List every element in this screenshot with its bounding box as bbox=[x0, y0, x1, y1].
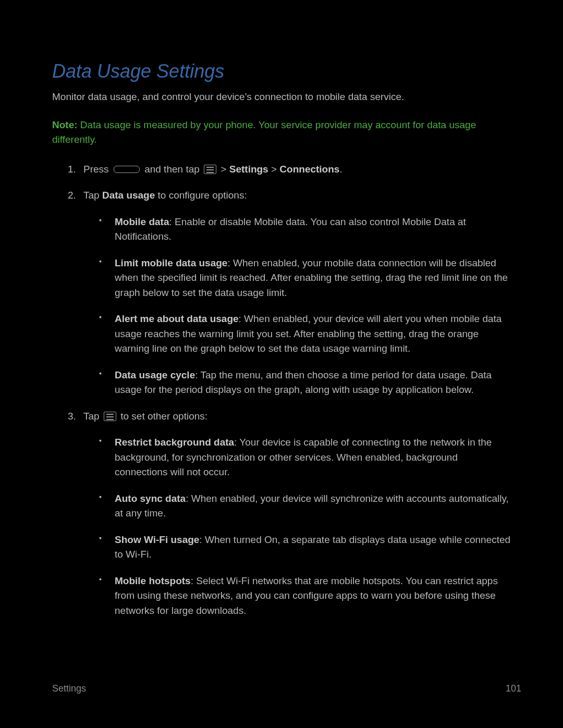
home-button-icon bbox=[114, 166, 140, 173]
option-label: Mobile hotspots bbox=[115, 575, 191, 586]
footer-page-number: 101 bbox=[506, 682, 521, 696]
option-label: Show Wi-Fi usage bbox=[115, 534, 199, 545]
options-list-2: Restrict background data: Your device is… bbox=[83, 435, 511, 618]
options-list-1: Mobile data: Enable or disable Mobile da… bbox=[83, 215, 511, 398]
step-1-sep: > bbox=[268, 164, 280, 175]
option-mobile-data: Mobile data: Enable or disable Mobile da… bbox=[99, 215, 511, 244]
option-label: Data usage cycle bbox=[115, 369, 195, 380]
menu-icon bbox=[104, 412, 116, 421]
footer-section: Settings bbox=[52, 682, 86, 696]
note-label: Note: bbox=[52, 119, 78, 130]
menu-icon bbox=[204, 165, 216, 174]
option-auto-sync: Auto sync data: When enabled, your devic… bbox=[99, 491, 511, 521]
step-3-before: Tap bbox=[83, 411, 102, 422]
steps-list: Press and then tap > Settings > Connecti… bbox=[52, 162, 511, 619]
step-1-before: Press bbox=[83, 164, 112, 175]
option-label: Restrict background data bbox=[115, 437, 234, 448]
step-2-after: to configure options: bbox=[155, 190, 247, 201]
step-1-connections: Connections bbox=[279, 164, 339, 175]
option-restrict-background: Restrict background data: Your device is… bbox=[99, 435, 511, 480]
step-1-mid: and then tap bbox=[142, 164, 202, 175]
option-show-wifi: Show Wi-Fi usage: When turned On, a sepa… bbox=[99, 533, 511, 562]
step-3: Tap to set other options: Restrict backg… bbox=[68, 409, 511, 619]
option-alert-data-usage: Alert me about data usage: When enabled,… bbox=[99, 312, 511, 356]
step-3-after: to set other options: bbox=[118, 411, 207, 422]
note-text: Data usage is measured by your phone. Yo… bbox=[52, 119, 476, 145]
option-data-usage-cycle: Data usage cycle: Tap the menu, and then… bbox=[99, 368, 511, 398]
intro-text: Monitor data usage, and control your dev… bbox=[52, 90, 511, 105]
option-label: Auto sync data bbox=[115, 493, 186, 504]
option-label: Alert me about data usage bbox=[115, 313, 239, 324]
step-1-settings: Settings bbox=[229, 164, 268, 175]
step-2-bold: Data usage bbox=[102, 190, 155, 201]
option-limit-mobile-data: Limit mobile data usage: When enabled, y… bbox=[99, 256, 511, 301]
step-1-end: . bbox=[339, 164, 342, 175]
option-label: Limit mobile data usage bbox=[115, 257, 227, 268]
step-1-gt1: > bbox=[218, 164, 229, 175]
page-footer: Settings 101 bbox=[52, 682, 521, 696]
step-2-before: Tap bbox=[83, 190, 102, 201]
option-label: Mobile data bbox=[115, 216, 169, 227]
note-paragraph: Note: Data usage is measured by your pho… bbox=[52, 118, 511, 147]
step-1: Press and then tap > Settings > Connecti… bbox=[68, 162, 511, 177]
option-mobile-hotspots: Mobile hotspots: Select Wi-Fi networks t… bbox=[99, 574, 511, 619]
step-2: Tap Data usage to configure options: Mob… bbox=[68, 188, 511, 398]
page-title: Data Usage Settings bbox=[52, 0, 511, 90]
